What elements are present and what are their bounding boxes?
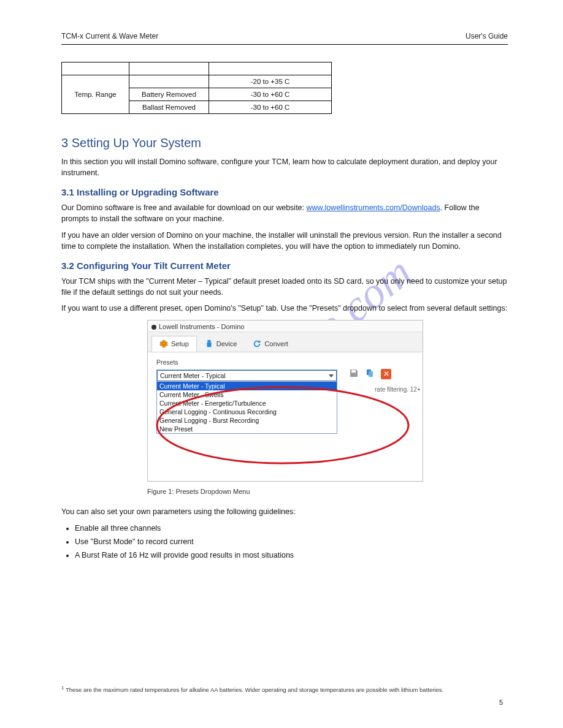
paragraph: Our Domino software is free and availabl… [61, 202, 508, 224]
tab-device[interactable]: Device [197, 336, 245, 352]
section-paragraph: In this section you will install Domino … [61, 156, 508, 178]
paragraph: If you have an older version of Domino o… [61, 230, 508, 252]
dropdown-item[interactable]: Current Meter - Typical [157, 382, 337, 390]
spec-cell: -30 to +60 C [209, 88, 332, 101]
guidelines-list: Enable all three channels Use "Burst Mod… [75, 522, 508, 561]
header-divider [61, 44, 508, 45]
tab-bar: Setup Device Convert [148, 332, 423, 352]
spec-cell: -20 to +35 C [209, 75, 332, 88]
window-title-text: Lowell Instruments - Domino [159, 323, 244, 330]
header: TCM-x Current & Wave Meter User's Guide [61, 32, 508, 44]
dropdown-item[interactable]: General Logging - Continuous Recording [157, 408, 337, 416]
tab-label: Device [216, 340, 237, 347]
tab-label: Convert [264, 340, 288, 347]
presets-group-label: Presets [156, 358, 414, 366]
svg-rect-0 [207, 340, 210, 343]
copy-icon[interactable] [365, 368, 375, 379]
tab-label: Setup [171, 340, 189, 347]
spec-col-header: Storage & Transportation [209, 63, 332, 75]
svg-rect-1 [207, 343, 211, 347]
header-left: TCM-x Current & Wave Meter [61, 32, 158, 40]
svg-rect-3 [369, 371, 373, 377]
tab-setup[interactable]: Setup [151, 336, 197, 352]
window-title: Lowell Instruments - Domino [148, 320, 423, 332]
list-item: A Burst Rate of 16 Hz will provide good … [75, 549, 508, 561]
footnote-number: 1 [61, 685, 64, 691]
delete-icon[interactable]: ✕ [381, 369, 391, 379]
paragraph: Your TCM ships with the "Current Meter –… [61, 276, 508, 298]
tab-convert[interactable]: Convert [245, 336, 296, 352]
spec-table: Storage & Transportation Temp. Range -20… [61, 62, 332, 114]
footnote-text: These are the maximum rated temperatures… [66, 686, 443, 693]
save-icon[interactable] [349, 368, 359, 379]
spec-cell: Battery Removed [129, 88, 209, 101]
gear-icon [159, 339, 168, 348]
dropdown-item[interactable]: New Preset [157, 425, 337, 433]
page-number: 5 [499, 699, 503, 706]
footnote: 1 These are the maximum rated temperatur… [61, 685, 443, 694]
figure-caption: Figure 1: Presets Dropdown Menu [147, 488, 508, 495]
subsection-heading: 3.1 Installing or Upgrading Software [61, 187, 508, 197]
spec-cell [129, 75, 209, 88]
app-icon [151, 325, 156, 330]
refresh-icon [253, 339, 261, 348]
list-item: Enable all three channels [75, 522, 508, 534]
header-right: User's Guide [465, 32, 508, 40]
spec-cell: Ballast Removed [129, 101, 209, 114]
paragraph: If you want to use a different preset, o… [61, 303, 508, 314]
paragraph: You can also set your own parameters usi… [61, 506, 508, 517]
dropdown-list: Current Meter - Typical Current Meter - … [157, 381, 337, 433]
figure-screenshot: Lowell Instruments - Domino Setup Device… [147, 320, 423, 482]
text-run: Our Domino software is free and availabl… [61, 203, 307, 212]
download-link[interactable]: www.lowellinstruments.com/Downloads [307, 203, 440, 212]
presets-dropdown[interactable]: Current Meter - Typical Current Meter - … [156, 370, 337, 434]
filter-text-partial: rate filtering. 12+ mo [375, 386, 423, 393]
spec-row-label: Temp. Range [62, 75, 129, 114]
subsection-heading: 3.2 Configuring Your Tilt Current Meter [61, 260, 508, 271]
spec-cell: -30 to +60 C [209, 101, 332, 114]
usb-icon [205, 339, 213, 348]
dropdown-item[interactable]: Current Meter - Energetic/Turbulence [157, 399, 337, 408]
section-heading: 3 Setting Up Your System [61, 136, 508, 150]
dropdown-selected[interactable]: Current Meter - Typical [157, 370, 337, 381]
dropdown-item[interactable]: General Logging - Burst Recording [157, 416, 337, 425]
dropdown-item[interactable]: Current Meter - Swells [157, 390, 337, 399]
list-item: Use "Burst Mode" to record current [75, 536, 508, 548]
